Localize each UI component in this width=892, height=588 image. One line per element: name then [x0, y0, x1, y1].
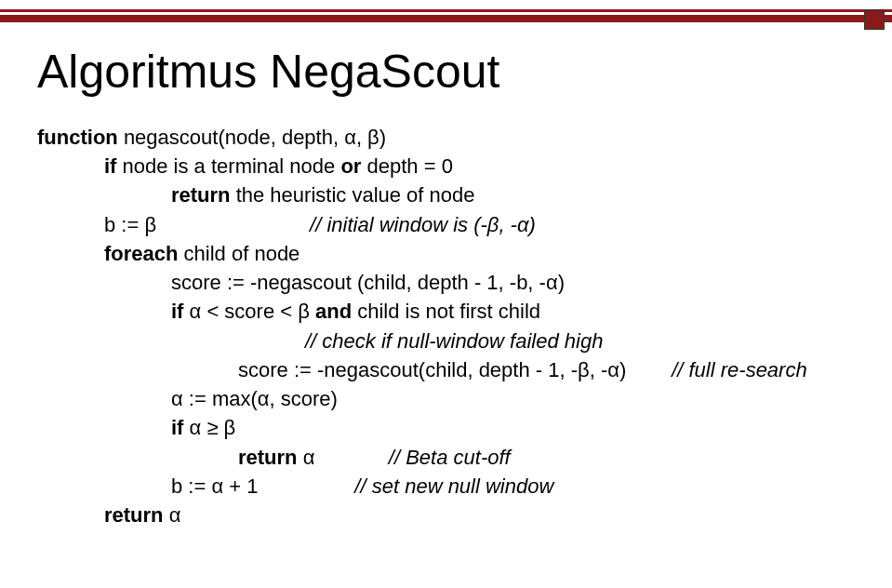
keyword-return: return — [104, 503, 164, 527]
keyword-if: if — [171, 300, 183, 323]
code-text: depth = 0 — [361, 154, 452, 178]
slide: Algoritmus NegaScout function negascout(… — [0, 0, 892, 588]
code-line: foreach child of node — [37, 239, 864, 268]
code-line: if α < score < β and child is not first … — [37, 297, 864, 326]
code-text: α < score < β — [183, 300, 315, 323]
comment: // full re-search — [672, 358, 807, 381]
code-line: α := max(α, score) — [37, 384, 864, 413]
comment: // check if null-window failed high — [305, 329, 603, 353]
keyword-if: if — [171, 416, 183, 439]
code-text: the heuristic value of node — [231, 183, 475, 207]
comment: // set new null window — [354, 474, 553, 498]
keyword-foreach: foreach — [104, 242, 178, 265]
code-text: α — [298, 446, 389, 469]
keyword-or: or — [340, 154, 361, 178]
slide-title: Algoritmus NegaScout — [37, 45, 499, 99]
code-line: b := α + 1 // set new null window — [37, 472, 864, 501]
code-text: α — [164, 503, 181, 527]
code-text: node is a terminal node — [116, 154, 340, 178]
decorative-top-bar — [0, 9, 892, 26]
keyword-function: function — [37, 126, 118, 149]
keyword-return: return — [238, 446, 298, 469]
keyword-if: if — [104, 154, 116, 178]
code-line: if α ≥ β — [37, 413, 864, 442]
code-line: score := -negascout(child, depth - 1, -β… — [37, 355, 864, 384]
code-line: return the heuristic value of node — [37, 180, 864, 209]
code-line: return α // Beta cut-off — [37, 443, 864, 472]
code-text: child is not first child — [352, 300, 540, 323]
top-corner-box — [864, 9, 885, 30]
code-block: function negascout(node, depth, α, β) if… — [37, 123, 864, 529]
code-text: b := α + 1 — [171, 474, 354, 498]
keyword-and: and — [315, 300, 352, 323]
code-line: function negascout(node, depth, α, β) — [37, 123, 864, 152]
code-line: score := -negascout (child, depth - 1, -… — [37, 268, 864, 297]
top-line-thick — [0, 15, 892, 22]
comment: // initial window is (-β, -α) — [310, 213, 536, 236]
comment-line: // check if null-window failed high — [37, 327, 864, 355]
code-text: score := -negascout (child, depth - 1, -… — [171, 271, 565, 294]
code-text: b := β — [104, 213, 310, 236]
code-text: child of node — [178, 242, 300, 265]
top-line-thin — [0, 9, 892, 12]
code-line: if node is a terminal node or depth = 0 — [37, 152, 864, 180]
code-text: α := max(α, score) — [171, 387, 338, 410]
code-line: return α — [37, 501, 864, 529]
code-line: b := β // initial window is (-β, -α) — [37, 210, 864, 239]
code-text: score := -negascout(child, depth - 1, -β… — [238, 358, 672, 381]
code-text: negascout(node, depth, α, β) — [118, 126, 386, 149]
code-text: α ≥ β — [183, 416, 235, 439]
keyword-return: return — [171, 183, 231, 207]
comment: // Beta cut-off — [389, 446, 511, 469]
